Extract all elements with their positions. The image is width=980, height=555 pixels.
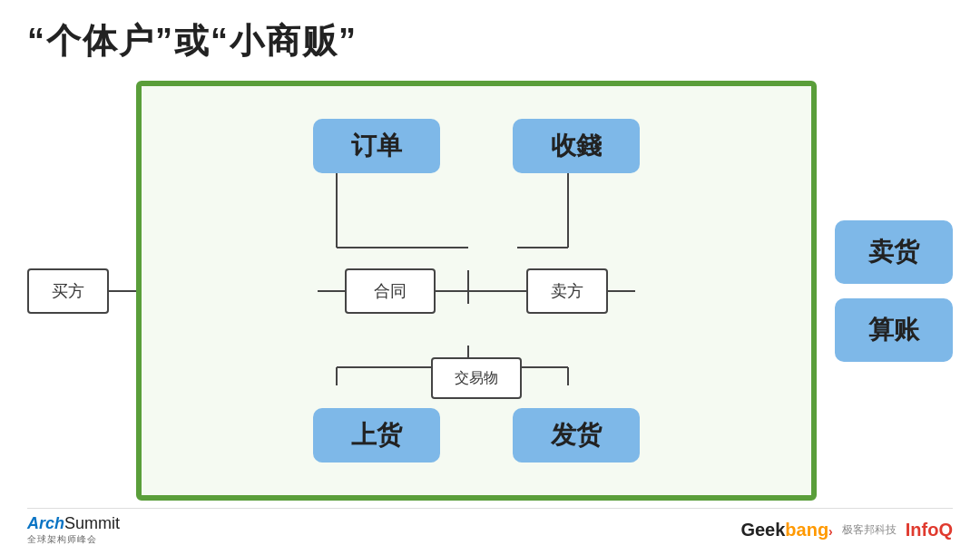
- sell-box: 卖货: [835, 220, 953, 284]
- seller-box: 卖方: [526, 268, 608, 314]
- deliver-box: 发货: [513, 408, 640, 462]
- left-connector: [318, 290, 345, 292]
- arch-summit-subtitle: 全球架构师峰会: [27, 533, 97, 546]
- ship-box: 上货: [313, 408, 440, 462]
- page-title: “个体户”或“小商贩”: [27, 18, 953, 64]
- buyer-connector: [109, 290, 136, 292]
- footer-right: Geekbang› 极客邦科技 InfoQ: [740, 520, 953, 540]
- diagram-area: 订单 收錢 合同 卖方: [160, 104, 793, 477]
- bottom-row: 上货 发货: [160, 408, 793, 462]
- account-box: 算账: [835, 298, 953, 362]
- top-row: 订单 收錢: [160, 119, 793, 173]
- collect-box: 收錢: [513, 119, 640, 173]
- footer-left: ArchSummit 全球架构师峰会: [27, 514, 120, 546]
- green-box: 订单 收錢 合同 卖方: [136, 81, 817, 501]
- mid-connector: [436, 290, 526, 292]
- footer: ArchSummit 全球架构师峰会 Geekbang› 极客邦科技 InfoQ: [27, 508, 953, 546]
- infoq-logo: InfoQ: [906, 520, 953, 540]
- center-row: 合同 卖方: [160, 268, 793, 314]
- buyer-box: 买方: [27, 268, 109, 314]
- arch-summit-logo: ArchSummit: [27, 514, 120, 533]
- geekbang-sub: 极客邦科技: [842, 522, 897, 538]
- goods-box: 交易物: [431, 357, 522, 399]
- order-box: 订单: [313, 119, 440, 173]
- right-panel: 卖货 算账: [835, 81, 953, 501]
- geekbang-logo: Geekbang›: [740, 520, 832, 540]
- content-area: 买方: [27, 81, 953, 501]
- contract-box: 合同: [345, 268, 436, 314]
- main-container: “个体户”或“小商贩” 买方: [0, 0, 980, 555]
- goods-area: 交易物: [431, 357, 522, 399]
- right-connector: [608, 290, 635, 292]
